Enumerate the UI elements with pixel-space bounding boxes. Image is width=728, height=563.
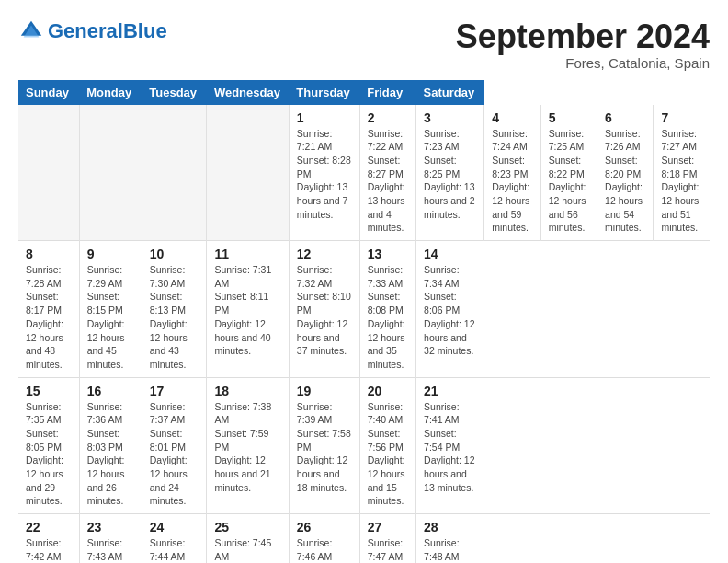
day-info: Sunrise: 7:41 AMSunset: 7:54 PMDaylight:… — [424, 400, 477, 495]
day-number: 1 — [297, 110, 352, 125]
day-info: Sunrise: 7:22 AMSunset: 8:27 PMDaylight:… — [368, 127, 408, 236]
calendar-cell: 24Sunrise: 7:44 AMSunset: 7:49 PMDayligh… — [142, 514, 207, 563]
day-info: Sunrise: 7:21 AMSunset: 8:28 PMDaylight:… — [297, 127, 352, 222]
day-number: 21 — [424, 384, 477, 398]
calendar-cell: 6Sunrise: 7:26 AMSunset: 8:20 PMDaylight… — [597, 105, 654, 241]
day-info: Sunrise: 7:34 AMSunset: 8:06 PMDaylight:… — [424, 263, 477, 358]
calendar-header-row: SundayMondayTuesdayWednesdayThursdayFrid… — [18, 80, 710, 105]
location: Fores, Catalonia, Spain — [456, 55, 710, 71]
day-number: 19 — [297, 384, 352, 398]
calendar-cell: 10Sunrise: 7:30 AMSunset: 8:13 PMDayligh… — [142, 241, 207, 378]
weekday-header-saturday: Saturday — [416, 80, 484, 105]
day-info: Sunrise: 7:27 AMSunset: 8:18 PMDaylight:… — [661, 127, 702, 236]
day-info: Sunrise: 7:32 AMSunset: 8:10 PMDaylight:… — [297, 263, 352, 358]
day-info: Sunrise: 7:31 AMSunset: 8:11 PMDaylight:… — [214, 263, 280, 358]
logo: GeneralBlue — [18, 18, 167, 44]
day-info: Sunrise: 7:26 AMSunset: 8:20 PMDaylight:… — [605, 127, 645, 236]
day-number: 27 — [368, 520, 408, 534]
calendar-cell: 13Sunrise: 7:33 AMSunset: 8:08 PMDayligh… — [359, 241, 415, 378]
day-info: Sunrise: 7:33 AMSunset: 8:08 PMDaylight:… — [368, 263, 408, 372]
day-number: 5 — [549, 110, 589, 125]
calendar-cell: 19Sunrise: 7:39 AMSunset: 7:58 PMDayligh… — [289, 377, 359, 514]
day-info: Sunrise: 7:36 AMSunset: 8:03 PMDaylight:… — [87, 400, 134, 509]
day-number: 16 — [87, 384, 134, 398]
calendar-cell: 8Sunrise: 7:28 AMSunset: 8:17 PMDaylight… — [18, 241, 79, 378]
day-info: Sunrise: 7:37 AMSunset: 8:01 PMDaylight:… — [150, 400, 199, 509]
calendar-cell: 5Sunrise: 7:25 AMSunset: 8:22 PMDaylight… — [540, 105, 597, 241]
calendar-cell: 12Sunrise: 7:32 AMSunset: 8:10 PMDayligh… — [289, 241, 359, 378]
day-info: Sunrise: 7:35 AMSunset: 8:05 PMDaylight:… — [26, 400, 72, 509]
day-number: 6 — [605, 110, 645, 125]
calendar-cell — [79, 105, 142, 241]
day-info: Sunrise: 7:40 AMSunset: 7:56 PMDaylight:… — [368, 400, 408, 509]
calendar-cell: 20Sunrise: 7:40 AMSunset: 7:56 PMDayligh… — [359, 377, 415, 514]
calendar-cell — [142, 105, 207, 241]
calendar-cell: 23Sunrise: 7:43 AMSunset: 7:51 PMDayligh… — [79, 514, 142, 563]
day-info: Sunrise: 7:38 AMSunset: 7:59 PMDaylight:… — [214, 400, 280, 495]
calendar-cell: 1Sunrise: 7:21 AMSunset: 8:28 PMDaylight… — [289, 105, 359, 241]
day-number: 8 — [26, 247, 72, 261]
day-number: 20 — [368, 384, 408, 398]
day-info: Sunrise: 7:48 AMSunset: 7:42 PMDaylight:… — [424, 536, 477, 563]
calendar-cell: 2Sunrise: 7:22 AMSunset: 8:27 PMDaylight… — [359, 105, 415, 241]
day-number: 15 — [26, 384, 72, 398]
calendar-week-row: 1Sunrise: 7:21 AMSunset: 8:28 PMDaylight… — [18, 105, 710, 241]
calendar-cell — [18, 105, 79, 241]
day-number: 7 — [661, 110, 702, 125]
calendar-cell — [207, 105, 289, 241]
day-info: Sunrise: 7:39 AMSunset: 7:58 PMDaylight:… — [297, 400, 352, 495]
weekday-header-friday: Friday — [359, 80, 415, 105]
calendar-week-row: 15Sunrise: 7:35 AMSunset: 8:05 PMDayligh… — [18, 377, 710, 514]
day-number: 23 — [87, 520, 134, 534]
day-info: Sunrise: 7:30 AMSunset: 8:13 PMDaylight:… — [150, 263, 199, 372]
weekday-header-thursday: Thursday — [289, 80, 359, 105]
day-info: Sunrise: 7:44 AMSunset: 7:49 PMDaylight:… — [150, 536, 199, 563]
calendar-cell: 27Sunrise: 7:47 AMSunset: 7:44 PMDayligh… — [359, 514, 415, 563]
day-number: 12 — [297, 247, 352, 261]
calendar-cell: 21Sunrise: 7:41 AMSunset: 7:54 PMDayligh… — [416, 377, 484, 514]
calendar-cell: 15Sunrise: 7:35 AMSunset: 8:05 PMDayligh… — [18, 377, 79, 514]
day-number: 24 — [150, 520, 199, 534]
calendar-cell: 7Sunrise: 7:27 AMSunset: 8:18 PMDaylight… — [654, 105, 710, 241]
calendar-cell: 9Sunrise: 7:29 AMSunset: 8:15 PMDaylight… — [79, 241, 142, 378]
weekday-header-wednesday: Wednesday — [207, 80, 289, 105]
day-number: 22 — [26, 520, 72, 534]
day-info: Sunrise: 7:24 AMSunset: 8:23 PMDaylight:… — [492, 127, 532, 236]
calendar-cell: 28Sunrise: 7:48 AMSunset: 7:42 PMDayligh… — [416, 514, 484, 563]
calendar-week-row: 22Sunrise: 7:42 AMSunset: 7:52 PMDayligh… — [18, 514, 710, 563]
weekday-header-monday: Monday — [79, 80, 142, 105]
calendar-body: 1Sunrise: 7:21 AMSunset: 8:28 PMDaylight… — [18, 105, 710, 563]
day-info: Sunrise: 7:42 AMSunset: 7:52 PMDaylight:… — [26, 536, 72, 563]
day-info: Sunrise: 7:23 AMSunset: 8:25 PMDaylight:… — [424, 127, 476, 222]
day-info: Sunrise: 7:47 AMSunset: 7:44 PMDaylight:… — [368, 536, 408, 563]
day-number: 9 — [87, 247, 134, 261]
calendar-cell: 14Sunrise: 7:34 AMSunset: 8:06 PMDayligh… — [416, 241, 484, 378]
calendar-cell: 11Sunrise: 7:31 AMSunset: 8:11 PMDayligh… — [207, 241, 289, 378]
weekday-header-tuesday: Tuesday — [142, 80, 207, 105]
calendar-cell: 16Sunrise: 7:36 AMSunset: 8:03 PMDayligh… — [79, 377, 142, 514]
day-number: 4 — [492, 110, 532, 125]
calendar-cell: 26Sunrise: 7:46 AMSunset: 7:46 PMDayligh… — [289, 514, 359, 563]
day-number: 10 — [150, 247, 199, 261]
calendar-week-row: 8Sunrise: 7:28 AMSunset: 8:17 PMDaylight… — [18, 241, 710, 378]
day-info: Sunrise: 7:45 AMSunset: 7:47 PMDaylight:… — [214, 536, 280, 563]
page-header: GeneralBlue September 2024 Fores, Catalo… — [18, 18, 710, 71]
day-info: Sunrise: 7:29 AMSunset: 8:15 PMDaylight:… — [87, 263, 134, 372]
day-info: Sunrise: 7:25 AMSunset: 8:22 PMDaylight:… — [549, 127, 589, 236]
day-number: 14 — [424, 247, 477, 261]
day-info: Sunrise: 7:43 AMSunset: 7:51 PMDaylight:… — [87, 536, 134, 563]
calendar-cell: 3Sunrise: 7:23 AMSunset: 8:25 PMDaylight… — [416, 105, 484, 241]
day-number: 25 — [214, 520, 280, 534]
calendar-cell: 18Sunrise: 7:38 AMSunset: 7:59 PMDayligh… — [207, 377, 289, 514]
day-info: Sunrise: 7:28 AMSunset: 8:17 PMDaylight:… — [26, 263, 72, 372]
calendar-cell: 25Sunrise: 7:45 AMSunset: 7:47 PMDayligh… — [207, 514, 289, 563]
title-block: September 2024 Fores, Catalonia, Spain — [456, 18, 710, 71]
day-number: 13 — [368, 247, 408, 261]
month-title: September 2024 — [456, 18, 710, 55]
day-number: 28 — [424, 520, 477, 534]
logo-text: GeneralBlue — [48, 21, 167, 41]
day-number: 17 — [150, 384, 199, 398]
logo-icon — [18, 18, 44, 44]
calendar-cell: 17Sunrise: 7:37 AMSunset: 8:01 PMDayligh… — [142, 377, 207, 514]
day-number: 11 — [214, 247, 280, 261]
